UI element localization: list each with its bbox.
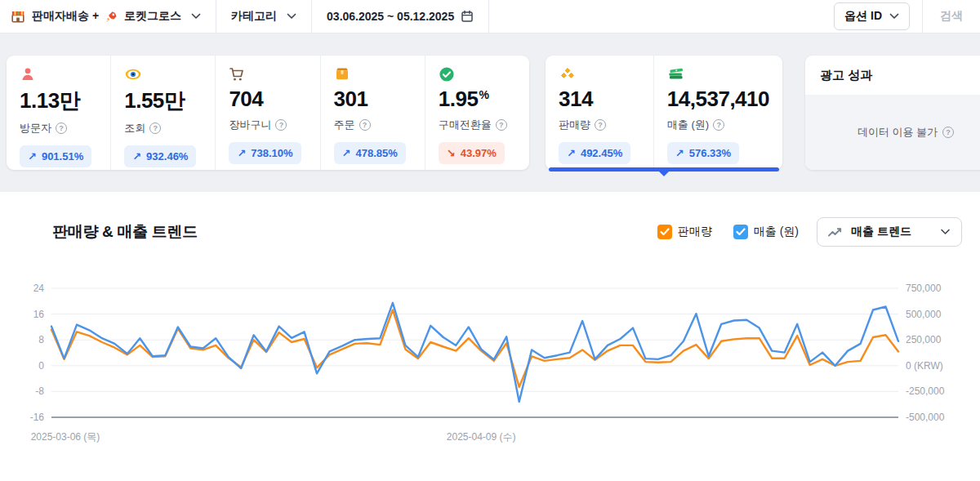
date-range-picker[interactable]: 03.06.2025 ~ 05.12.2025 [312, 0, 489, 33]
svg-text:500,000: 500,000 [906, 309, 942, 320]
trend-chart-panel: 판매량 & 매출 트렌드 판매량 매출 (원) 매출 트렌드 24750,000… [0, 192, 980, 481]
category-label: 카테고리 [231, 9, 277, 24]
svg-text:8: 8 [38, 334, 44, 345]
person-icon [20, 66, 97, 82]
legend-sales-checkbox[interactable]: 판매량 [657, 225, 712, 239]
svg-text:16: 16 [33, 309, 45, 320]
svg-text:0: 0 [38, 360, 44, 372]
trend-type-label: 매출 트렌드 [851, 225, 911, 239]
arrow-up-right-icon: ↗ [675, 147, 684, 159]
delivery-type-label-2: 로켓그로스 [124, 9, 181, 24]
svg-text:2025-04-09 (수): 2025-04-09 (수) [447, 431, 516, 443]
search-button-label: 검색 [940, 9, 963, 24]
box-icon [334, 66, 412, 82]
help-icon[interactable]: ? [713, 119, 724, 131]
kpi-change-badge: ↗492.45% [559, 142, 630, 164]
topbar: 판매자배송 + 로켓그로스 카테고리 03.06.2025 ~ 05.12.20… [0, 0, 980, 33]
kpi-sales-volume[interactable]: 314판매량?↗492.45% [546, 56, 653, 170]
chart-title: 판매량 & 매출 트렌드 [52, 221, 198, 243]
kpi-value: 1.13만 [20, 87, 97, 115]
kpi-change-badge: ↗901.51% [20, 145, 91, 167]
selected-metric-indicator [549, 167, 779, 171]
eye-icon [124, 66, 202, 82]
search-button[interactable]: 검색 [922, 0, 980, 33]
arrow-up-right-icon: ↗ [132, 150, 141, 163]
ad-performance-card: 광고 성과 데이터 이용 불가 ? [805, 56, 980, 170]
option-id-dropdown[interactable]: 옵션 ID [834, 2, 910, 30]
kpi-change-badge: ↗932.46% [124, 145, 196, 167]
ad-performance-title: 광고 성과 [820, 68, 872, 83]
date-range-value: 03.06.2025 ~ 05.12.2025 [327, 10, 454, 23]
chevron-down-icon [889, 13, 899, 20]
kpi-group-selected: 314판매량?↗492.45%14,537,410매출 (원)?↗576.33% [546, 56, 782, 170]
legend-sales-label: 판매량 [678, 225, 712, 239]
checkbox-checked-icon [733, 225, 748, 239]
topbar-right: 옵션 ID 검색 [834, 0, 980, 33]
cart-icon [229, 66, 306, 82]
kpi-value: 301 [334, 87, 412, 112]
help-icon[interactable]: ? [359, 119, 371, 131]
svg-text:-8: -8 [35, 385, 44, 397]
kpi-label: 조회? [124, 121, 202, 136]
store-icon [11, 9, 25, 24]
svg-text:-250,000: -250,000 [906, 385, 945, 397]
checkbox-checked-icon [657, 225, 672, 239]
arrow-down-right-icon: ↘ [447, 147, 456, 159]
sales-revenue-trend-chart: 24750,00016500,0008250,00000 (KRW)-8-250… [0, 278, 980, 453]
kpi-change-badge: ↘43.97% [439, 142, 505, 164]
kpi-label: 장바구니? [229, 118, 306, 132]
kpi-value: 1.55만 [124, 87, 202, 115]
kpi-value: 1.95% [439, 87, 516, 112]
arrow-up-right-icon: ↗ [28, 150, 37, 163]
help-icon[interactable]: ? [56, 122, 67, 134]
kpi-label: 판매량? [559, 118, 640, 132]
arrow-up-right-icon: ↗ [237, 147, 246, 159]
kpi-visitors[interactable]: 1.13만방문자?↗901.51% [7, 56, 110, 170]
rocket-icon [105, 11, 118, 23]
chevron-down-icon [940, 229, 951, 235]
help-icon[interactable]: ? [595, 119, 606, 131]
svg-text:-500,000: -500,000 [906, 412, 945, 423]
money-icon [667, 66, 769, 82]
chart-header: 판매량 & 매출 트렌드 판매량 매출 (원) 매출 트렌드 [0, 192, 980, 247]
ad-data-unavailable-text: 데이터 이용 불가 [858, 125, 938, 140]
chevron-down-icon [287, 13, 296, 20]
kpi-group-main: 1.13만방문자?↗901.51%1.55만조회?↗932.46%704장바구니… [7, 56, 529, 170]
gold-icon [559, 66, 640, 82]
kpi-views[interactable]: 1.55만조회?↗932.46% [110, 56, 215, 170]
check-icon [439, 66, 516, 82]
kpi-cart[interactable]: 704장바구니?↗738.10% [215, 56, 319, 170]
kpi-label: 주문? [334, 118, 412, 132]
kpi-change-badge: ↗576.33% [667, 142, 739, 164]
delivery-type-filter[interactable]: 판매자배송 + 로켓그로스 [0, 0, 216, 33]
option-id-label: 옵션 ID [844, 9, 882, 24]
calendar-icon [461, 10, 474, 23]
legend-revenue-checkbox[interactable]: 매출 (원) [733, 225, 799, 239]
kpi-change-badge: ↗478.85% [334, 142, 406, 164]
help-icon[interactable]: ? [149, 122, 161, 134]
kpi-orders[interactable]: 301주문?↗478.85% [320, 56, 425, 170]
svg-text:250,000: 250,000 [906, 334, 942, 345]
kpi-label: 구매전환율? [439, 118, 516, 132]
help-icon[interactable]: ? [942, 127, 954, 138]
svg-text:2025-03-06 (목): 2025-03-06 (목) [31, 431, 100, 443]
kpi-label: 매출 (원)? [667, 118, 769, 132]
arrow-up-right-icon: ↗ [342, 147, 351, 159]
help-icon[interactable]: ? [496, 119, 507, 131]
kpi-value: 704 [229, 87, 306, 112]
kpi-summary-row: 1.13만방문자?↗901.51%1.55만조회?↗932.46%704장바구니… [7, 56, 980, 170]
kpi-value: 14,537,410 [667, 87, 769, 112]
trend-type-dropdown[interactable]: 매출 트렌드 [817, 217, 962, 247]
svg-text:0 (KRW): 0 (KRW) [906, 360, 943, 372]
kpi-revenue[interactable]: 14,537,410매출 (원)?↗576.33% [653, 56, 782, 170]
legend-revenue-label: 매출 (원) [754, 225, 799, 239]
ad-performance-header[interactable]: 광고 성과 [805, 56, 980, 95]
kpi-label: 방문자? [20, 121, 97, 136]
help-icon[interactable]: ? [275, 119, 287, 131]
delivery-type-label-1: 판매자배송 + [32, 9, 99, 24]
svg-text:-16: -16 [30, 412, 45, 423]
category-filter[interactable]: 카테고리 [216, 0, 312, 33]
kpi-value: 314 [559, 87, 640, 112]
kpi-change-badge: ↗738.10% [229, 142, 301, 164]
kpi-conversion-rate[interactable]: 1.95%구매전환율?↘43.97% [425, 56, 529, 170]
